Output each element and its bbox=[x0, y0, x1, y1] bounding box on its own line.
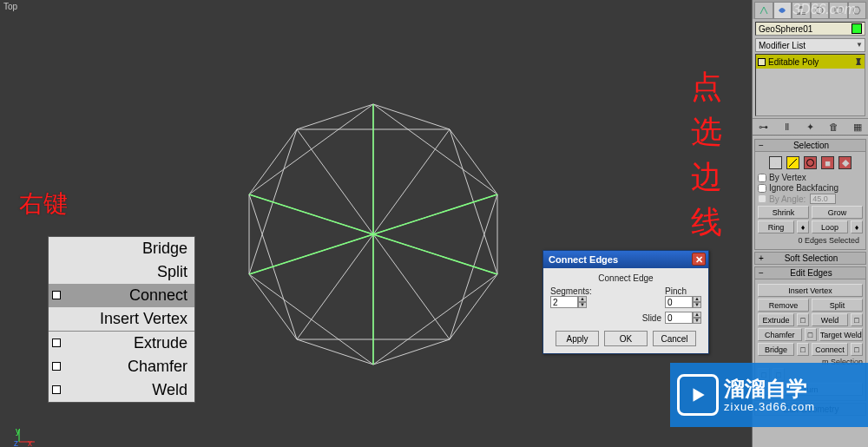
ctx-weld[interactable]: Weld bbox=[49, 378, 194, 402]
weld-settings-button[interactable]: □ bbox=[851, 313, 863, 326]
split-button[interactable]: Split bbox=[812, 299, 863, 312]
subobj-element[interactable]: ◆ bbox=[838, 156, 852, 169]
bridge-settings-button[interactable]: □ bbox=[797, 343, 809, 356]
configure-sets-icon[interactable]: ▦ bbox=[851, 120, 865, 134]
modifier-stack[interactable]: Editable Poly bbox=[755, 54, 865, 116]
settings-box-icon[interactable] bbox=[52, 385, 61, 394]
spinner-up-icon[interactable]: ▲ bbox=[693, 296, 701, 302]
axis-y-label: y bbox=[16, 426, 20, 436]
by-vertex-checkbox[interactable] bbox=[758, 174, 766, 182]
insert-vertex-button[interactable]: Insert Vertex bbox=[758, 284, 863, 297]
ring-spinner[interactable]: ♦ bbox=[797, 220, 809, 233]
ctx-connect[interactable]: Connect bbox=[49, 284, 194, 307]
slide-input[interactable] bbox=[665, 312, 693, 324]
ignore-backfacing-label: Ignore Backfacing bbox=[769, 183, 838, 193]
rollout-soft-selection: +Soft Selection bbox=[754, 252, 866, 265]
tab-modify[interactable] bbox=[773, 2, 792, 19]
subobj-edge[interactable] bbox=[786, 156, 799, 169]
annotation-select-edge: 点 选 边 线 bbox=[691, 64, 722, 245]
spinner-up-icon[interactable]: ▲ bbox=[578, 296, 587, 302]
stack-item-editable-poly[interactable]: Editable Poly bbox=[756, 55, 865, 69]
connect-settings-button[interactable]: □ bbox=[851, 343, 863, 356]
svg-line-25 bbox=[249, 234, 373, 274]
object-name-field[interactable]: GeoSphere01 bbox=[755, 22, 865, 36]
expand-icon[interactable] bbox=[758, 58, 766, 66]
ctx-insert-vertex[interactable]: Insert Vertex bbox=[49, 307, 194, 331]
modifier-list-dropdown[interactable]: Modifier List bbox=[755, 38, 865, 52]
ring-button[interactable]: Ring bbox=[758, 220, 794, 233]
bridge-button[interactable]: Bridge bbox=[758, 343, 794, 356]
svg-line-2 bbox=[373, 129, 450, 234]
settings-box-icon[interactable] bbox=[52, 362, 61, 371]
subobj-polygon[interactable]: ■ bbox=[821, 156, 834, 169]
close-icon[interactable]: ✕ bbox=[692, 253, 706, 266]
by-angle-label: By Angle: bbox=[769, 194, 806, 204]
svg-line-34 bbox=[789, 159, 797, 167]
extrude-button[interactable]: Extrude bbox=[758, 313, 794, 326]
remove-button[interactable]: Remove bbox=[758, 299, 809, 312]
svg-line-5 bbox=[373, 234, 450, 339]
spinner-up-icon[interactable]: ▲ bbox=[693, 312, 701, 318]
apply-button[interactable]: Apply bbox=[556, 331, 599, 346]
connect-button[interactable]: Connect bbox=[812, 343, 848, 356]
svg-line-10 bbox=[297, 129, 373, 234]
settings-box-icon[interactable] bbox=[52, 339, 61, 347]
dialog-group-label: Connect Edge bbox=[550, 273, 701, 283]
rollout-header-soft-selection[interactable]: +Soft Selection bbox=[754, 252, 866, 265]
target-weld-button[interactable]: Target Weld bbox=[819, 328, 864, 341]
by-angle-value: 45.0 bbox=[810, 194, 836, 204]
play-icon bbox=[677, 374, 719, 416]
show-end-result-icon[interactable]: Ⅱ bbox=[779, 120, 793, 134]
loop-spinner[interactable]: ♦ bbox=[851, 220, 863, 233]
svg-line-16 bbox=[249, 274, 373, 365]
grow-button[interactable]: Grow bbox=[812, 206, 863, 219]
spinner-down-icon[interactable]: ▼ bbox=[693, 302, 701, 308]
subobj-border[interactable] bbox=[804, 156, 817, 169]
rollout-header-edit-edges[interactable]: −Edit Edges bbox=[754, 266, 866, 279]
wireframe-mesh[interactable] bbox=[234, 95, 512, 373]
chamfer-settings-button[interactable]: □ bbox=[805, 328, 817, 341]
brand-url: zixue.3d66.com bbox=[724, 400, 815, 413]
segments-input[interactable] bbox=[550, 296, 578, 308]
svg-line-23 bbox=[373, 234, 497, 274]
spinner-down-icon[interactable]: ▼ bbox=[578, 302, 587, 308]
brand-cn: 溜溜自学 bbox=[724, 378, 815, 400]
subobj-vertex[interactable]: · bbox=[769, 156, 782, 169]
by-angle-checkbox bbox=[758, 194, 766, 203]
make-unique-icon[interactable]: ✦ bbox=[804, 120, 818, 134]
extrude-settings-button[interactable]: □ bbox=[797, 313, 809, 326]
ignore-backfacing-checkbox[interactable] bbox=[758, 184, 766, 193]
svg-line-26 bbox=[249, 194, 373, 234]
selection-status: 0 Edges Selected bbox=[758, 235, 863, 247]
shrink-button[interactable]: Shrink bbox=[758, 206, 809, 219]
svg-line-7 bbox=[297, 234, 373, 339]
chamfer-button[interactable]: Chamfer bbox=[758, 328, 802, 341]
pinch-input[interactable] bbox=[665, 296, 693, 308]
watermark: 3D66.com bbox=[792, 2, 856, 17]
ok-button[interactable]: OK bbox=[604, 331, 648, 346]
segments-label: Segments: bbox=[550, 286, 592, 296]
annotation-right-click: 右键 bbox=[19, 187, 68, 220]
viewport-label: Top bbox=[3, 2, 17, 11]
loop-button[interactable]: Loop bbox=[812, 220, 848, 233]
ctx-split[interactable]: Split bbox=[49, 260, 194, 284]
svg-line-14 bbox=[373, 274, 497, 365]
remove-modifier-icon[interactable]: 🗑 bbox=[827, 120, 841, 134]
weld-button[interactable]: Weld bbox=[812, 313, 848, 326]
axis-x-label: x bbox=[28, 438, 32, 447]
dialog-titlebar[interactable]: Connect Edges ✕ bbox=[543, 251, 708, 268]
settings-box-icon[interactable] bbox=[52, 291, 61, 299]
svg-marker-36 bbox=[694, 388, 705, 401]
by-vertex-label: By Vertex bbox=[769, 173, 806, 182]
svg-point-35 bbox=[807, 160, 814, 167]
tab-create[interactable] bbox=[754, 2, 773, 19]
axis-z-label: z bbox=[14, 438, 18, 447]
cancel-button[interactable]: Cancel bbox=[653, 331, 696, 346]
ctx-chamfer[interactable]: Chamfer bbox=[49, 355, 194, 378]
pin-stack-icon[interactable]: ⊶ bbox=[756, 120, 770, 134]
ctx-bridge[interactable]: Bridge bbox=[49, 237, 194, 260]
vase-icon bbox=[854, 57, 863, 66]
ctx-extrude[interactable]: Extrude bbox=[49, 332, 194, 355]
rollout-header-selection[interactable]: −Selection bbox=[754, 139, 866, 152]
spinner-down-icon[interactable]: ▼ bbox=[693, 318, 701, 324]
